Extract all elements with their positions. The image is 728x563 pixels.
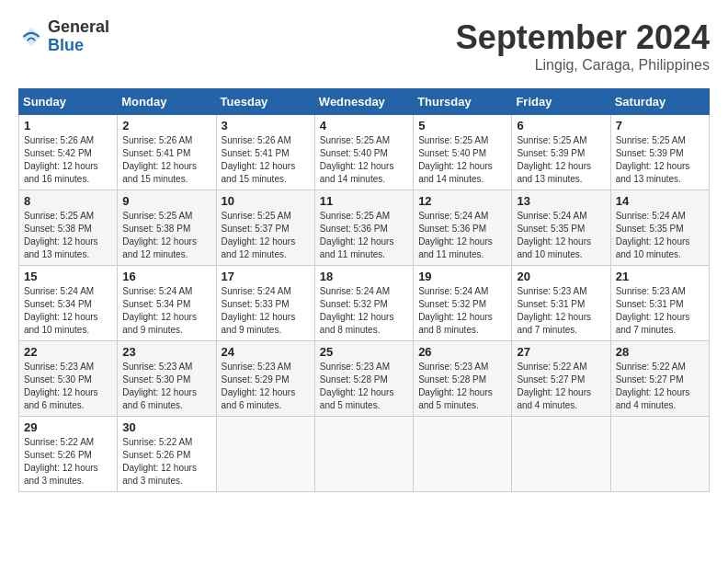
calendar-cell: 10 Sunrise: 5:25 AM Sunset: 5:37 PM Dayl… [216,190,314,266]
day-number: 1 [24,119,112,132]
weekday-sunday: Sunday [19,89,118,115]
calendar-cell [610,417,709,492]
calendar-cell: 3 Sunrise: 5:26 AM Sunset: 5:41 PM Dayli… [216,115,314,190]
day-number: 10 [222,194,310,208]
day-number: 29 [24,420,112,434]
weekday-thursday: Thursday [414,89,512,115]
day-info: Sunrise: 5:26 AM Sunset: 5:41 PM Dayligh… [122,134,210,186]
day-info: Sunrise: 5:25 AM Sunset: 5:38 PM Dayligh… [24,210,112,261]
calendar-cell: 22 Sunrise: 5:23 AM Sunset: 5:30 PM Dayl… [19,341,118,417]
calendar-cell: 5 Sunrise: 5:25 AM Sunset: 5:40 PM Dayli… [414,115,512,190]
day-number: 23 [122,345,210,359]
day-number: 4 [320,119,408,132]
calendar-cell: 17 Sunrise: 5:24 AM Sunset: 5:33 PM Dayl… [216,266,314,341]
day-number: 21 [616,270,704,283]
calendar-cell: 12 Sunrise: 5:24 AM Sunset: 5:36 PM Dayl… [414,190,512,266]
calendar-cell: 8 Sunrise: 5:25 AM Sunset: 5:38 PM Dayli… [19,190,118,266]
calendar-cell [216,417,314,492]
page-header: General Blue September 2024 Lingig, Cara… [18,18,710,74]
day-number: 28 [616,345,704,359]
calendar-cell: 29 Sunrise: 5:22 AM Sunset: 5:26 PM Dayl… [19,417,118,492]
day-info: Sunrise: 5:25 AM Sunset: 5:40 PM Dayligh… [320,134,408,186]
day-number: 3 [222,119,310,132]
day-number: 17 [222,270,310,283]
calendar-cell: 6 Sunrise: 5:25 AM Sunset: 5:39 PM Dayli… [512,115,610,190]
calendar-title: September 2024 [456,18,710,57]
logo-icon [18,24,44,50]
weekday-tuesday: Tuesday [216,89,314,115]
day-info: Sunrise: 5:23 AM Sunset: 5:28 PM Dayligh… [320,361,408,412]
day-number: 2 [122,119,210,132]
calendar-cell: 24 Sunrise: 5:23 AM Sunset: 5:29 PM Dayl… [216,341,314,417]
title-block: September 2024 Lingig, Caraga, Philippin… [456,18,710,74]
day-info: Sunrise: 5:26 AM Sunset: 5:41 PM Dayligh… [222,134,310,186]
calendar-cell: 26 Sunrise: 5:23 AM Sunset: 5:28 PM Dayl… [414,341,512,417]
calendar-row: 22 Sunrise: 5:23 AM Sunset: 5:30 PM Dayl… [19,341,710,417]
calendar-row: 8 Sunrise: 5:25 AM Sunset: 5:38 PM Dayli… [19,190,710,266]
calendar-row: 29 Sunrise: 5:22 AM Sunset: 5:26 PM Dayl… [19,417,710,492]
calendar-cell: 20 Sunrise: 5:23 AM Sunset: 5:31 PM Dayl… [512,266,610,341]
calendar-cell: 23 Sunrise: 5:23 AM Sunset: 5:30 PM Dayl… [118,341,216,417]
day-number: 18 [320,270,408,283]
calendar-row: 1 Sunrise: 5:26 AM Sunset: 5:42 PM Dayli… [19,115,710,190]
day-info: Sunrise: 5:26 AM Sunset: 5:42 PM Dayligh… [24,134,112,186]
weekday-header-row: SundayMondayTuesdayWednesdayThursdayFrid… [19,89,710,115]
calendar-cell: 16 Sunrise: 5:24 AM Sunset: 5:34 PM Dayl… [118,266,216,341]
day-number: 14 [616,194,704,208]
day-info: Sunrise: 5:24 AM Sunset: 5:35 PM Dayligh… [616,210,704,261]
calendar-cell: 21 Sunrise: 5:23 AM Sunset: 5:31 PM Dayl… [610,266,709,341]
calendar-cell: 9 Sunrise: 5:25 AM Sunset: 5:38 PM Dayli… [118,190,216,266]
calendar-cell: 13 Sunrise: 5:24 AM Sunset: 5:35 PM Dayl… [512,190,610,266]
calendar-cell: 30 Sunrise: 5:22 AM Sunset: 5:26 PM Dayl… [118,417,216,492]
day-number: 15 [24,270,112,283]
calendar-cell: 1 Sunrise: 5:26 AM Sunset: 5:42 PM Dayli… [19,115,118,190]
day-info: Sunrise: 5:22 AM Sunset: 5:27 PM Dayligh… [616,361,704,412]
day-info: Sunrise: 5:25 AM Sunset: 5:38 PM Dayligh… [122,210,210,261]
day-number: 22 [24,345,112,359]
day-info: Sunrise: 5:22 AM Sunset: 5:26 PM Dayligh… [24,436,112,488]
weekday-monday: Monday [118,89,216,115]
day-number: 11 [320,194,408,208]
day-info: Sunrise: 5:23 AM Sunset: 5:30 PM Dayligh… [122,361,210,412]
calendar-cell: 11 Sunrise: 5:25 AM Sunset: 5:36 PM Dayl… [314,190,413,266]
calendar-cell: 4 Sunrise: 5:25 AM Sunset: 5:40 PM Dayli… [314,115,413,190]
day-info: Sunrise: 5:22 AM Sunset: 5:27 PM Dayligh… [517,361,605,412]
day-info: Sunrise: 5:24 AM Sunset: 5:32 PM Dayligh… [320,285,408,337]
calendar-row: 15 Sunrise: 5:24 AM Sunset: 5:34 PM Dayl… [19,266,710,341]
day-info: Sunrise: 5:24 AM Sunset: 5:34 PM Dayligh… [24,285,112,337]
day-info: Sunrise: 5:25 AM Sunset: 5:40 PM Dayligh… [418,134,506,186]
calendar-cell [314,417,413,492]
calendar-cell: 28 Sunrise: 5:22 AM Sunset: 5:27 PM Dayl… [610,341,709,417]
day-number: 5 [418,119,506,132]
day-info: Sunrise: 5:23 AM Sunset: 5:29 PM Dayligh… [222,361,310,412]
day-number: 16 [122,270,210,283]
day-info: Sunrise: 5:25 AM Sunset: 5:37 PM Dayligh… [222,210,310,261]
day-info: Sunrise: 5:24 AM Sunset: 5:33 PM Dayligh… [222,285,310,337]
calendar-cell: 18 Sunrise: 5:24 AM Sunset: 5:32 PM Dayl… [314,266,413,341]
day-number: 30 [122,420,210,434]
calendar-cell [512,417,610,492]
day-number: 26 [418,345,506,359]
weekday-friday: Friday [512,89,610,115]
calendar-cell: 19 Sunrise: 5:24 AM Sunset: 5:32 PM Dayl… [414,266,512,341]
day-info: Sunrise: 5:23 AM Sunset: 5:31 PM Dayligh… [616,285,704,337]
day-number: 25 [320,345,408,359]
day-info: Sunrise: 5:25 AM Sunset: 5:36 PM Dayligh… [320,210,408,261]
calendar-subtitle: Lingig, Caraga, Philippines [456,57,710,74]
calendar-cell: 25 Sunrise: 5:23 AM Sunset: 5:28 PM Dayl… [314,341,413,417]
calendar-table: SundayMondayTuesdayWednesdayThursdayFrid… [18,88,710,492]
day-number: 12 [418,194,506,208]
day-number: 20 [517,270,605,283]
day-info: Sunrise: 5:24 AM Sunset: 5:35 PM Dayligh… [517,210,605,261]
day-number: 6 [517,119,605,132]
day-number: 9 [122,194,210,208]
day-info: Sunrise: 5:23 AM Sunset: 5:31 PM Dayligh… [517,285,605,337]
day-info: Sunrise: 5:25 AM Sunset: 5:39 PM Dayligh… [517,134,605,186]
day-info: Sunrise: 5:24 AM Sunset: 5:36 PM Dayligh… [418,210,506,261]
day-number: 19 [418,270,506,283]
day-number: 8 [24,194,112,208]
day-info: Sunrise: 5:23 AM Sunset: 5:30 PM Dayligh… [24,361,112,412]
day-info: Sunrise: 5:24 AM Sunset: 5:34 PM Dayligh… [122,285,210,337]
calendar-cell: 2 Sunrise: 5:26 AM Sunset: 5:41 PM Dayli… [118,115,216,190]
day-info: Sunrise: 5:22 AM Sunset: 5:26 PM Dayligh… [122,436,210,488]
